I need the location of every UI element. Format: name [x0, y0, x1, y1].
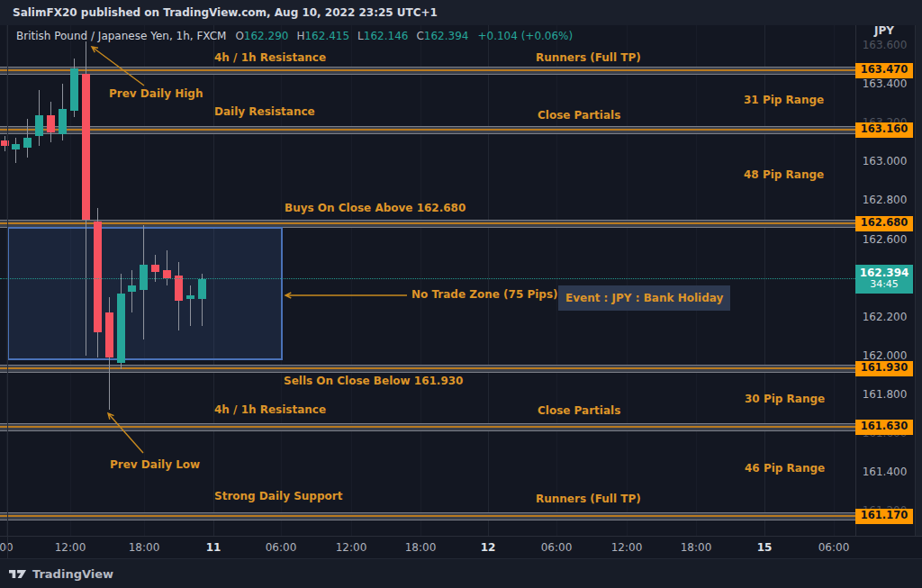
candle-body	[59, 109, 67, 134]
candle-body	[12, 144, 20, 150]
price-axis-edge	[915, 25, 922, 536]
event-label-text: Event : JPY : Bank Holiday	[565, 292, 723, 304]
resistance-band	[0, 365, 855, 373]
candle-body	[117, 294, 125, 364]
resistance-band-line	[0, 129, 855, 131]
ohlc-l: L162.146	[357, 30, 408, 42]
no-trade-zone-box	[7, 227, 283, 361]
resistance-band-line	[0, 69, 855, 71]
candle-body	[186, 295, 194, 299]
chart-annotation: 4h / 1h Resistance	[214, 403, 326, 416]
candle-wick	[15, 138, 16, 163]
tradingview-published-chart: SalimFX20 published on TradingView.com, …	[0, 0, 922, 588]
resistance-band	[0, 512, 855, 520]
candle-wick	[131, 270, 132, 312]
symbol-header: British Pound / Japanese Yen, 1h, FXCM O…	[16, 29, 573, 43]
price-level-badge: 163.160	[855, 122, 913, 138]
bar-countdown: 34:45	[855, 278, 913, 290]
candle-body	[140, 265, 148, 290]
current-price-badge: 162.39434:45	[855, 265, 913, 294]
grid-line-vertical	[488, 25, 489, 536]
resistance-band-line	[0, 367, 855, 369]
chart-annotation: No Trade Zone (75 Pips)	[411, 288, 558, 301]
candle-body	[47, 115, 55, 132]
chart-annotation: Runners (Full TP)	[536, 493, 641, 505]
candle-body	[82, 74, 90, 220]
ohlc-o: O162.290	[235, 30, 288, 42]
grid-line-vertical	[834, 25, 835, 536]
price-axis-currency: JPY	[855, 24, 913, 37]
chart-left-border	[7, 25, 8, 558]
resistance-band	[0, 126, 855, 134]
current-price-line	[0, 278, 855, 279]
chart-annotation: Close Partials	[538, 109, 620, 122]
change-value: +0.104 (+0.06%)	[477, 30, 573, 42]
symbol-title[interactable]: British Pound / Japanese Yen, 1h, FXCM	[16, 30, 226, 42]
ohlc-h: H162.415	[296, 30, 349, 42]
grid-line-vertical	[696, 25, 697, 536]
resistance-band-line	[0, 426, 855, 428]
current-price-value: 162.394	[855, 267, 913, 279]
price-level-badge: 161.630	[855, 420, 913, 435]
chart-annotation: Prev Daily Low	[110, 458, 200, 471]
chart-canvas[interactable]: 4h / 1h ResistanceRunners (Full TP)Prev …	[0, 0, 922, 588]
chart-annotation: Close Partials	[538, 404, 620, 417]
grid-line-vertical	[627, 25, 628, 536]
chart-annotation: 30 Pip Range	[745, 393, 825, 405]
price-level-badge: 161.930	[855, 361, 913, 376]
ohlc-c: C162.394	[416, 30, 468, 42]
candle-body	[35, 115, 43, 137]
time-axis[interactable]	[0, 536, 922, 558]
resistance-band	[0, 67, 855, 75]
chart-annotation: Sells On Close Below 161.930	[284, 375, 463, 387]
chart-annotation: 4h / 1h Resistance	[214, 51, 326, 64]
chart-annotation: 48 Pip Range	[744, 168, 824, 181]
chart-annotation: Daily Resistance	[214, 105, 315, 118]
candle-body	[163, 270, 171, 278]
candle-wick	[190, 285, 191, 326]
candle-body	[23, 138, 32, 148]
candle-body	[70, 68, 78, 111]
candle-body	[151, 265, 159, 273]
resistance-band-line	[0, 222, 855, 224]
resistance-band	[0, 423, 855, 431]
candle-body	[175, 276, 183, 301]
ohlc-values: O162.290H162.415L162.146C162.394	[235, 30, 468, 42]
chart-annotation: Runners (Full TP)	[536, 51, 641, 64]
chart-annotation: 31 Pip Range	[744, 94, 824, 106]
candle-body	[128, 285, 136, 292]
chart-annotation: Prev Daily High	[109, 87, 203, 100]
chart-annotation: 46 Pip Range	[745, 462, 825, 475]
tradingview-logo-icon[interactable]	[9, 567, 27, 581]
chart-annotation: Strong Daily Support	[214, 490, 342, 502]
chart-annotation: Buys On Close Above 162.680	[285, 202, 466, 214]
event-label-box: Event : JPY : Bank Holiday	[558, 285, 730, 311]
price-level-badge: 162.680	[855, 216, 913, 231]
price-level-badge: 161.170	[855, 509, 913, 524]
candle-body	[105, 312, 113, 357]
candle-body	[198, 279, 206, 299]
grid-line-vertical	[420, 25, 421, 536]
grid-line-vertical	[351, 25, 352, 536]
tradingview-brand[interactable]: TradingView	[32, 567, 113, 581]
footer-bar: TradingView	[0, 558, 922, 588]
candle-wick	[167, 250, 167, 285]
candle-body	[94, 222, 102, 332]
resistance-band-line	[0, 515, 855, 517]
price-level-badge: 163.470	[855, 63, 913, 78]
grid-line-vertical	[556, 25, 557, 536]
